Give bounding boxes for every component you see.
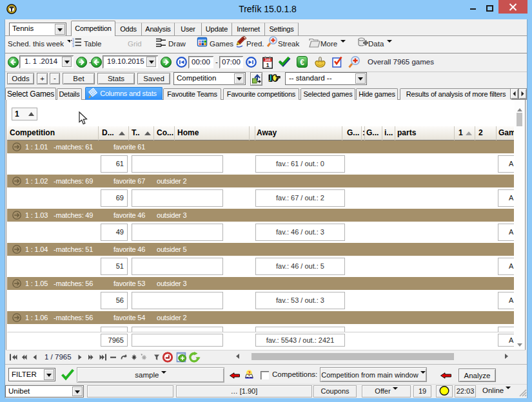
svg-text:€: € xyxy=(300,58,304,67)
svg-text:3: 3 xyxy=(72,44,74,48)
svg-text:?: ? xyxy=(248,370,250,376)
svg-text:1: 1 xyxy=(266,62,270,68)
